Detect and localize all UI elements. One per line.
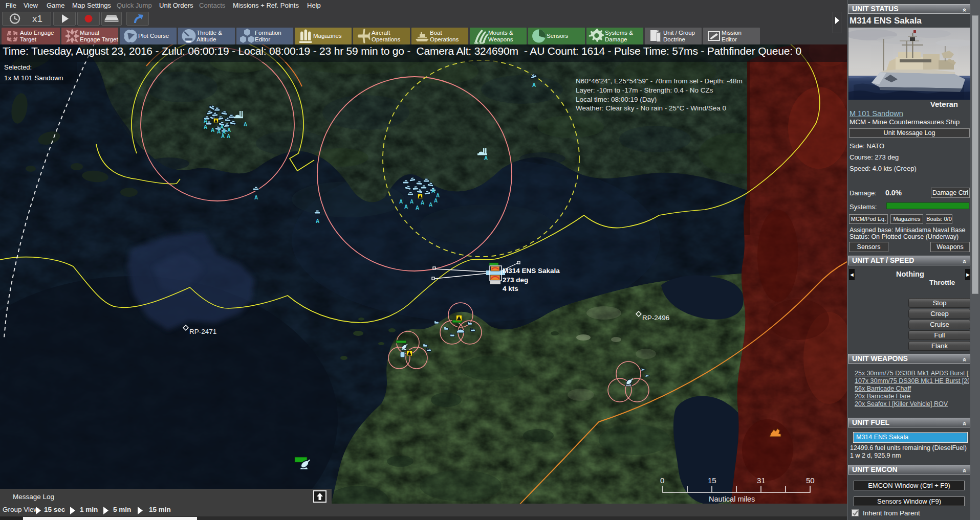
svg-text:A: A: [421, 200, 424, 206]
svg-text:Nautical miles: Nautical miles: [709, 495, 755, 503]
svg-text:Local time: 08:00:19 (Day): Local time: 08:00:19 (Day): [576, 96, 657, 103]
svg-text:A: A: [204, 118, 207, 124]
svg-text:A: A: [410, 199, 413, 205]
svg-text:A: A: [254, 195, 258, 200]
svg-text:0: 0: [660, 476, 664, 485]
svg-text:Weather: Clear sky - No rain -: Weather: Clear sky - No rain - 25°C - Wi…: [576, 104, 726, 112]
svg-text:A: A: [416, 205, 419, 211]
svg-text:x1: x1: [32, 13, 42, 24]
svg-text:A: A: [404, 204, 408, 210]
svg-text:15: 15: [708, 476, 716, 485]
svg-text:A: A: [316, 218, 319, 224]
svg-text:A: A: [204, 124, 207, 130]
svg-text:Layer: -10m to -17m - Strength: Layer: -10m to -17m - Strength: 0.4 - No…: [576, 86, 713, 94]
svg-text:A: A: [211, 127, 214, 133]
svg-text:A: A: [484, 155, 488, 161]
svg-text:A: A: [221, 133, 225, 139]
svg-text:50: 50: [806, 476, 815, 485]
svg-text:A: A: [399, 199, 403, 205]
svg-text:N60°46'24", E25°54'59" - 70nm: N60°46'24", E25°54'59" - 70nm from sel -…: [576, 77, 743, 85]
svg-text:RP-2496: RP-2496: [642, 314, 669, 322]
svg-text:A: A: [227, 133, 230, 139]
svg-text:RP-2471: RP-2471: [189, 328, 216, 335]
svg-text:A: A: [532, 82, 536, 88]
svg-text:A: A: [431, 188, 435, 194]
svg-text:31: 31: [757, 476, 766, 485]
svg-text:A: A: [436, 193, 440, 198]
svg-text:A: A: [244, 122, 247, 127]
svg-text:273 deg: 273 deg: [503, 276, 528, 284]
svg-text:A: A: [434, 198, 438, 204]
svg-text:4 kts: 4 kts: [503, 285, 518, 292]
svg-text:A: A: [220, 124, 224, 130]
svg-text:A: A: [429, 202, 432, 208]
svg-text:A: A: [227, 127, 231, 133]
svg-text:M314 ENS Sakala: M314 ENS Sakala: [503, 267, 560, 275]
